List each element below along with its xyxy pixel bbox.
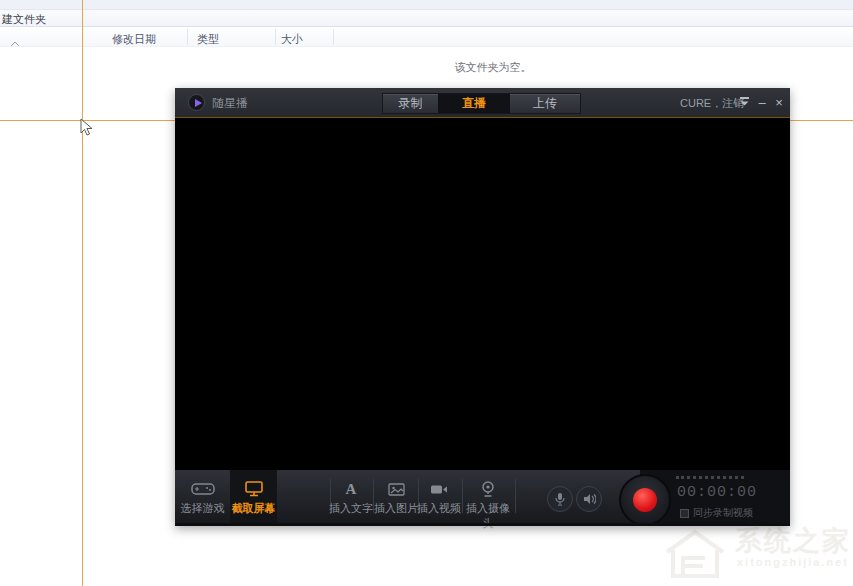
suixingbo-window: 随星播 录制 直播 上传 CURE，注销 – × (175, 88, 790, 526)
empty-folder-message: 该文件夹为空。 (423, 60, 563, 75)
tab-live[interactable]: 直播 (438, 94, 510, 113)
site-watermark: 系统之家 xitongzhijia.net (659, 526, 851, 582)
capture-screen-button[interactable]: 截取屏幕 (230, 470, 277, 523)
webcam-icon (461, 479, 515, 499)
microphone-icon (555, 492, 565, 506)
app-title: 随星播 (212, 88, 248, 118)
explorer-top-strip (0, 0, 853, 10)
live-preview-area (175, 119, 790, 470)
account-logout-link[interactable]: CURE，注销 (680, 88, 744, 118)
column-separator (187, 29, 188, 45)
house-logo-icon (659, 526, 729, 582)
column-separator (275, 29, 276, 45)
desktop: 建文件夹 修改日期 类型 大小 该文件夹为空。 系统之家 xitongzhiji… (0, 0, 853, 586)
sync-record-label: 同步录制视频 (693, 506, 753, 520)
letter-a-icon: A (329, 479, 373, 499)
insert-text-button[interactable]: A 插入文字 (329, 470, 373, 523)
column-header-type[interactable]: 类型 (197, 32, 219, 47)
watermark-url: xitongzhijia.net (735, 556, 851, 568)
minimize-button[interactable]: – (754, 88, 770, 118)
column-separator (333, 29, 334, 45)
titlebar[interactable]: 随星播 录制 直播 上传 CURE，注销 – × (175, 88, 790, 118)
microphone-toggle-button[interactable] (547, 486, 573, 512)
sync-record-checkbox[interactable] (680, 509, 689, 518)
window-bottom-edge (175, 523, 790, 526)
insert-camera-button[interactable]: 插入摄像头 (461, 470, 515, 523)
bottom-toolbar: 选择游戏 截取屏幕 A 插入文字 (175, 470, 790, 523)
sort-caret-icon (10, 33, 20, 51)
select-game-button[interactable]: 选择游戏 (175, 470, 230, 523)
mode-tabs: 录制 直播 上传 (382, 93, 581, 114)
new-folder-button[interactable]: 建文件夹 (2, 12, 46, 27)
toolbar-separator (515, 479, 516, 513)
watermark-title: 系统之家 (735, 526, 851, 556)
record-timer: 00:00:00 (677, 484, 757, 501)
monitor-icon (230, 479, 277, 499)
tab-record[interactable]: 录制 (383, 94, 438, 113)
app-logo-icon (188, 94, 205, 111)
close-button[interactable]: × (771, 88, 787, 118)
insert-video-button[interactable]: 插入视频 (417, 470, 461, 523)
column-header-size[interactable]: 大小 (281, 32, 303, 47)
mouse-cursor (80, 118, 93, 141)
record-icon (633, 488, 657, 512)
explorer-command-bar: 建文件夹 (0, 10, 853, 27)
insert-image-button[interactable]: 插入图片 (374, 470, 418, 523)
gamepad-icon (175, 479, 230, 499)
menu-dropdown-icon[interactable] (736, 88, 752, 109)
tab-upload[interactable]: 上传 (510, 94, 580, 113)
speaker-toggle-button[interactable] (576, 486, 602, 512)
crosshair-vertical-line (82, 0, 83, 586)
video-camera-icon (417, 479, 461, 499)
speaker-icon (583, 493, 596, 505)
column-header-date-modified[interactable]: 修改日期 (112, 32, 156, 47)
sync-record-option[interactable]: 同步录制视频 (680, 506, 753, 520)
audio-level-dots (676, 476, 744, 479)
image-icon (374, 479, 418, 499)
record-button[interactable] (619, 474, 671, 526)
explorer-column-header: 修改日期 类型 大小 (0, 28, 853, 47)
